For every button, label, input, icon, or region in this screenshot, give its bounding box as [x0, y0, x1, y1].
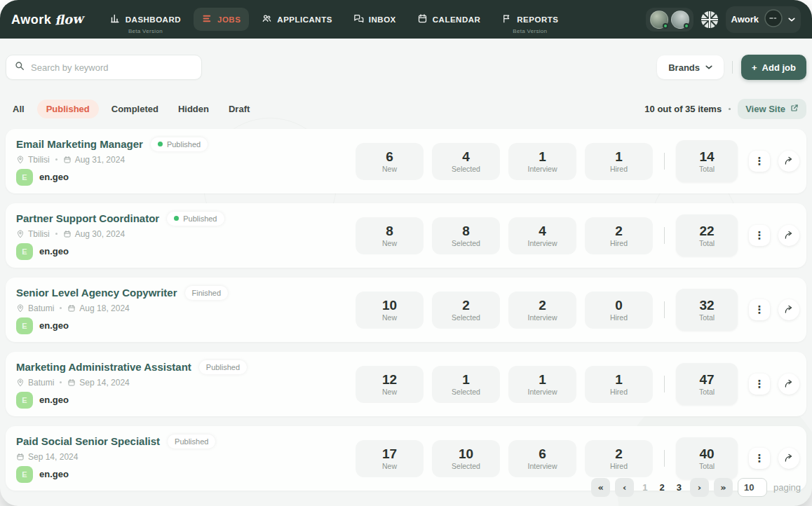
items-count-summary: 10 out of 35 items: [644, 104, 722, 114]
more-options-button[interactable]: ⋮: [749, 151, 770, 172]
share-button[interactable]: [778, 299, 799, 320]
stat-new[interactable]: 12New: [356, 366, 424, 403]
brand-avatar: E: [16, 392, 33, 409]
stat-total[interactable]: 40Total: [676, 437, 738, 479]
stat-new[interactable]: 6New: [356, 143, 424, 180]
stat-selected[interactable]: 10Selected: [432, 440, 500, 477]
brands-label: Brands: [668, 62, 700, 73]
more-options-button[interactable]: ⋮: [749, 374, 770, 395]
account-avatar: [764, 9, 783, 30]
nav-item-calendar[interactable]: CALENDAR: [409, 8, 489, 31]
brands-dropdown-button[interactable]: Brands: [657, 55, 724, 79]
stat-new[interactable]: 10New: [356, 292, 424, 329]
team-avatars: [646, 8, 693, 32]
share-button[interactable]: [778, 374, 799, 395]
status-label: Published: [183, 214, 217, 223]
view-site-label: View Site: [745, 104, 785, 114]
stat-total[interactable]: 32Total: [676, 289, 738, 331]
language-flag-icon[interactable]: [701, 11, 719, 29]
stat-hired[interactable]: 0Hired: [585, 292, 653, 329]
stat-interview[interactable]: 4Interview: [508, 217, 576, 254]
page-number-2[interactable]: 2: [656, 482, 668, 493]
stats-divider: [664, 227, 665, 244]
stats-divider: [664, 376, 665, 392]
tab-all[interactable]: All: [6, 100, 32, 118]
job-title[interactable]: Email Marketing Manager: [16, 138, 143, 150]
logo-product-text: flow: [55, 11, 84, 27]
stat-total[interactable]: 14Total: [676, 140, 738, 182]
stat-selected[interactable]: 8Selected: [432, 217, 500, 254]
stat-selected[interactable]: 4Selected: [432, 143, 500, 180]
last-page-button[interactable]: »: [714, 478, 733, 497]
job-date: Aug 18, 2024: [67, 303, 129, 313]
more-options-button[interactable]: ⋮: [749, 299, 770, 320]
tab-hidden[interactable]: Hidden: [171, 100, 216, 118]
stat-interview[interactable]: 1Interview: [508, 366, 576, 403]
page-number-3[interactable]: 3: [673, 482, 685, 493]
stat-selected[interactable]: 2Selected: [432, 292, 500, 329]
stat-total[interactable]: 47Total: [676, 363, 738, 405]
nav-item-reports[interactable]: REPORTS Beta Version: [493, 8, 567, 31]
user-avatar[interactable]: [671, 11, 689, 29]
job-location: Tbilisi: [16, 155, 50, 165]
main-navigation: DASHBOARD Beta Version JOBS APPLICANTS I…: [102, 8, 567, 31]
stat-interview[interactable]: 1Interview: [508, 143, 576, 180]
add-job-button[interactable]: + Add job: [741, 55, 806, 80]
toolbar: Brands + Add job: [6, 55, 806, 80]
job-card: Partner Support Coordinator Published Tb…: [6, 203, 806, 268]
stat-selected[interactable]: 1Selected: [432, 366, 500, 403]
user-avatar[interactable]: [650, 11, 668, 29]
prev-page-button[interactable]: ‹: [615, 478, 634, 497]
chevron-down-icon: [788, 13, 795, 26]
stat-hired[interactable]: 1Hired: [585, 143, 653, 180]
page-number-1[interactable]: 1: [639, 482, 651, 493]
tab-published[interactable]: Published: [37, 100, 99, 118]
online-status-dot: [684, 23, 689, 29]
stats-divider: [664, 450, 665, 467]
tab-draft[interactable]: Draft: [222, 100, 257, 118]
more-options-button[interactable]: ⋮: [749, 448, 770, 469]
nav-item-applicants[interactable]: APPLICANTS: [253, 8, 340, 31]
share-arrow-icon: [784, 379, 794, 389]
stat-hired[interactable]: 2Hired: [585, 217, 653, 254]
search-input[interactable]: [31, 62, 193, 73]
nav-item-jobs[interactable]: JOBS: [194, 8, 249, 31]
next-page-button[interactable]: ›: [690, 478, 709, 497]
share-button[interactable]: [778, 225, 799, 246]
meta-separator: [55, 233, 57, 235]
job-title[interactable]: Partner Support Coordinator: [16, 212, 159, 224]
filter-right: 10 out of 35 items View Site: [644, 99, 806, 119]
brand-avatar: E: [16, 243, 33, 260]
job-title[interactable]: Paid Social Senior Specialist: [16, 435, 160, 447]
job-date: Aug 31, 2024: [63, 155, 125, 165]
nav-item-inbox[interactable]: INBOX: [345, 8, 405, 31]
stat-interview[interactable]: 6Interview: [508, 440, 576, 477]
stat-hired[interactable]: 2Hired: [585, 440, 653, 477]
status-dot-icon: [158, 142, 163, 146]
stat-new[interactable]: 8New: [356, 217, 424, 254]
tab-completed[interactable]: Completed: [104, 100, 165, 118]
stat-new[interactable]: 17New: [356, 440, 424, 477]
share-button[interactable]: [778, 448, 799, 469]
page-size-input[interactable]: [738, 478, 767, 497]
account-menu[interactable]: Awork: [726, 6, 801, 33]
job-title[interactable]: Senior Level Agency Copywriter: [16, 287, 177, 299]
stat-interview[interactable]: 2Interview: [508, 292, 576, 329]
first-page-button[interactable]: «: [591, 478, 610, 497]
search-icon: [15, 61, 25, 74]
view-site-button[interactable]: View Site: [738, 99, 806, 119]
job-title[interactable]: Marketing Administrative Assistant: [16, 361, 191, 373]
stat-hired[interactable]: 1Hired: [585, 366, 653, 403]
stat-total[interactable]: 22Total: [676, 214, 738, 257]
beta-version-label: Beta Version: [128, 28, 163, 34]
app-logo[interactable]: Awork flow: [11, 12, 83, 27]
status-badge: Published: [199, 360, 247, 374]
nav-item-dashboard[interactable]: DASHBOARD Beta Version: [102, 8, 189, 31]
share-button[interactable]: [778, 151, 799, 172]
job-brand: E en.geo: [16, 243, 356, 260]
brand-name: en.geo: [39, 320, 69, 331]
more-options-button[interactable]: ⋮: [749, 225, 770, 246]
stats-divider: [664, 301, 665, 318]
status-label: Published: [206, 363, 240, 371]
separator-dot: [729, 108, 731, 110]
